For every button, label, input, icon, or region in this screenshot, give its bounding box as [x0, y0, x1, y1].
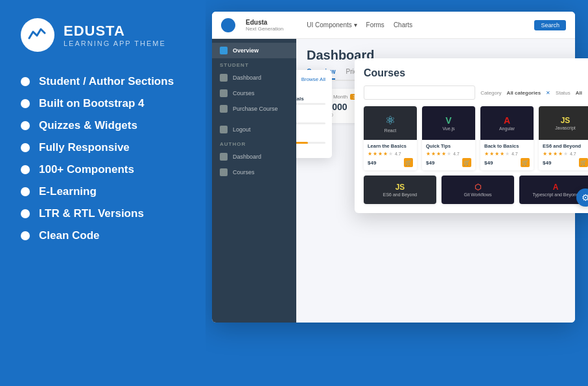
sidebar-dashboard-label: Dashboard: [233, 74, 261, 81]
ip-item-text-vue: Learn Vue.js Fundamentals: [296, 96, 325, 105]
feature-item-components: 100+ Components: [21, 163, 226, 176]
course-stars-vue: ★★★★★ 4.7: [426, 151, 471, 157]
rating-react: 4.7: [395, 152, 401, 156]
nav-link-ui[interactable]: UI Components ▾: [307, 21, 357, 28]
courses-grid: ⚛ React Learn the Basics ★★★★★ 4.7 $49 🛒: [364, 106, 588, 170]
brand-text: EDUSTA LEARNING APP THEME: [64, 23, 166, 47]
sidebar-overview-label: Overview: [233, 47, 259, 54]
ip-item-name-js: ES6 Foundations: [296, 135, 325, 141]
courses-category-val: All categories: [507, 90, 541, 96]
app-nav: Edusta Next Generation UI Components ▾ F…: [212, 12, 575, 39]
course-tile-es6: JS ES6 and Beyond: [364, 176, 436, 204]
course-title-js: ES6 and Beyond: [543, 143, 588, 149]
git-icon: ⬡: [475, 183, 481, 192]
feature-label-bootstrap4: Built on Bootstrap 4: [39, 97, 144, 110]
nav-link-forms[interactable]: Forms: [366, 21, 384, 28]
sidebar-logout-label: Logout: [233, 126, 251, 133]
sidebar-author-dashboard-label: Dashboard: [233, 153, 261, 160]
feature-bullet-components: [21, 165, 30, 174]
overview-icon: [220, 47, 228, 54]
ip-progress-vue: [296, 103, 325, 105]
cart-btn-js[interactable]: 🛒: [579, 158, 588, 167]
logout-icon: [220, 126, 228, 133]
sidebar-item-author-courses[interactable]: Courses: [212, 165, 296, 180]
ip-item-angular: A Angular in Steps: [296, 113, 325, 127]
feature-item-elearning: E-Learning: [21, 185, 226, 198]
feature-bullet-elearning: [21, 187, 30, 196]
feature-item-responsive: Fully Responsive: [21, 141, 226, 154]
courses-category-label: Category: [480, 90, 501, 96]
nav-logo: [221, 18, 235, 32]
author-dashboard-icon: [220, 153, 228, 161]
cart-btn-angular[interactable]: 🛒: [521, 158, 530, 167]
course-thumb-es6: JS ES6 and Beyond: [364, 176, 436, 204]
nav-brand: Edusta Next Generation: [246, 19, 283, 32]
course-title-angular: Back to Basics: [484, 143, 530, 149]
nav-links: UI Components ▾ Forms Charts: [307, 21, 524, 28]
course-info-js: ES6 and Beyond ★★★★★ 4.7 $49 🛒: [539, 140, 588, 170]
ip-item-js: JS ES6 Foundations: [296, 132, 325, 146]
feature-label-components: 100+ Components: [39, 163, 134, 176]
rating-angular: 4.7: [512, 152, 518, 156]
nav-link-charts[interactable]: Charts: [394, 21, 412, 28]
sidebar-item-courses[interactable]: Courses: [212, 85, 296, 101]
react-tech-label: React: [384, 128, 396, 133]
courses-card-title: Courses: [364, 67, 588, 79]
course-stars-js: ★★★★★ 4.7: [543, 151, 588, 157]
purchase-icon: [220, 105, 228, 113]
ip-header: In Progress Your recent courses Browse A…: [296, 76, 325, 89]
course-thumb-react: ⚛ React: [364, 106, 417, 140]
nav-search-btn[interactable]: Search: [534, 20, 566, 30]
courses-status-label: Status: [556, 90, 570, 96]
sidebar-item-overview[interactable]: Overview: [212, 43, 296, 58]
feature-label-elearning: E-Learning: [39, 185, 97, 198]
course-tile-angular: A Angular Back to Basics ★★★★★ 4.7 $49 🛒: [480, 106, 534, 170]
course-stars-angular: ★★★★★ 4.7: [484, 151, 530, 157]
feature-item-rtl: LTR & RTL Versions: [21, 207, 226, 220]
feature-label-responsive: Fully Responsive: [39, 141, 130, 154]
ip-browse[interactable]: Browse All: [301, 76, 325, 89]
feature-bullet-responsive: [21, 143, 30, 152]
ip-progress-js: [296, 142, 325, 144]
sidebar-item-purchase[interactable]: Purchase Course: [212, 101, 296, 117]
sidebar-item-author-dashboard[interactable]: Dashboard: [212, 149, 296, 165]
sidebar-author-courses-label: Courses: [233, 169, 255, 176]
courses-search-input[interactable]: [364, 85, 475, 100]
feature-label-cleancode: Clean Code: [39, 229, 100, 242]
brand-name: EDUSTA: [64, 23, 166, 40]
feature-label-rtl: LTR & RTL Versions: [39, 207, 144, 220]
brand-header: EDUSTA LEARNING APP THEME: [21, 18, 226, 52]
brand-subtitle: LEARNING APP THEME: [64, 40, 166, 47]
brand-logo: [21, 18, 54, 52]
course-title-vue: Quick Tips: [426, 143, 471, 149]
course-price-vue: $49 🛒: [426, 158, 471, 167]
sidebar-courses-label: Courses: [233, 90, 255, 96]
ip-item-text-js: ES6 Foundations: [296, 135, 325, 144]
sidebar-author-label: AUTHOR: [212, 137, 296, 149]
feature-item-student-author: Student / Author Sections: [21, 75, 226, 88]
course-info-react: Learn the Basics ★★★★★ 4.7 $49 🛒: [364, 140, 417, 170]
course-price-angular: $49 🛒: [484, 158, 530, 167]
course-thumb-git: ⬡ Git Workflows: [441, 176, 514, 204]
rating-vue: 4.7: [453, 152, 460, 156]
feature-item-bootstrap4: Built on Bootstrap 4: [21, 97, 226, 110]
vue-icon: V: [445, 115, 451, 126]
sidebar-purchase-label: Purchase Course: [233, 106, 278, 112]
cart-btn-vue[interactable]: 🛒: [462, 158, 471, 167]
js-tech-label: Javascript: [555, 126, 576, 130]
feature-item-quizzes: Quizzes & Widgets: [21, 119, 226, 132]
sidebar-item-dashboard[interactable]: Dashboard: [212, 70, 296, 85]
courses-category-clear[interactable]: ✕: [546, 90, 550, 96]
in-progress-card: In Progress Your recent courses Browse A…: [296, 70, 332, 158]
sidebar-student-label: STUDENT: [212, 58, 296, 70]
sidebar: Overview STUDENT Dashboard Courses Purch…: [212, 39, 296, 323]
sidebar-item-logout[interactable]: Logout: [212, 122, 296, 137]
nav-brand-sub: Next Generation: [246, 26, 283, 32]
course-thumb-angular: A Angular: [480, 106, 534, 140]
ip-item-vue: V Learn Vue.js Fundamentals: [296, 93, 325, 108]
cart-btn-react[interactable]: 🛒: [404, 158, 413, 167]
ip-item-text-angular: Angular in Steps: [296, 115, 325, 124]
course-price-js: $49 🛒: [543, 158, 588, 167]
author-courses-icon: [220, 168, 228, 176]
rating-js: 4.7: [570, 152, 576, 156]
